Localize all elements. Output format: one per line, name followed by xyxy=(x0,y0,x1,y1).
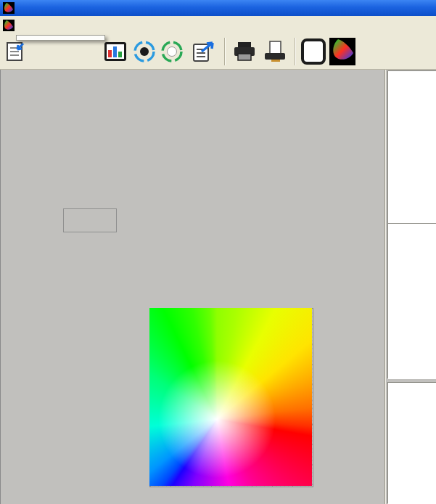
measure-standard-button[interactable] xyxy=(131,37,158,66)
measure-sample-button[interactable] xyxy=(158,37,186,66)
printer-icon xyxy=(232,41,257,62)
samples-list-panel xyxy=(387,223,436,379)
print-button[interactable] xyxy=(231,37,258,66)
toolbar-separator xyxy=(224,38,226,65)
bar-chart-icon xyxy=(104,41,127,62)
toolbar-separator xyxy=(295,38,296,65)
new-document-icon xyxy=(4,41,26,62)
menu-bar xyxy=(0,16,436,36)
standard-measure-icon xyxy=(132,39,157,64)
sqct-logo-icon xyxy=(329,38,355,65)
print-preview-icon xyxy=(263,40,287,63)
panel-splitter-highlight xyxy=(385,70,386,504)
colorimetric-values xyxy=(0,107,116,176)
new-work-button[interactable] xyxy=(1,37,29,66)
title-bar xyxy=(0,0,436,16)
about-sqct-button[interactable] xyxy=(329,37,356,66)
help-icon xyxy=(301,38,326,65)
app-icon xyxy=(3,2,15,14)
sample-measure-icon xyxy=(160,39,184,64)
color-simulation-swatch xyxy=(63,208,117,232)
mdi-child-icon[interactable] xyxy=(3,20,15,31)
print-preview-button[interactable] xyxy=(261,37,289,66)
report-export-button[interactable] xyxy=(190,37,218,66)
report-export-icon xyxy=(192,40,216,63)
wavelength-list-panel xyxy=(387,382,436,504)
cie-horseshoe-gamut xyxy=(149,308,312,486)
chart-view-button[interactable] xyxy=(102,37,129,66)
standards-list-panel xyxy=(387,70,436,225)
file-menu-popup xyxy=(16,35,105,41)
help-button[interactable] xyxy=(300,37,327,66)
